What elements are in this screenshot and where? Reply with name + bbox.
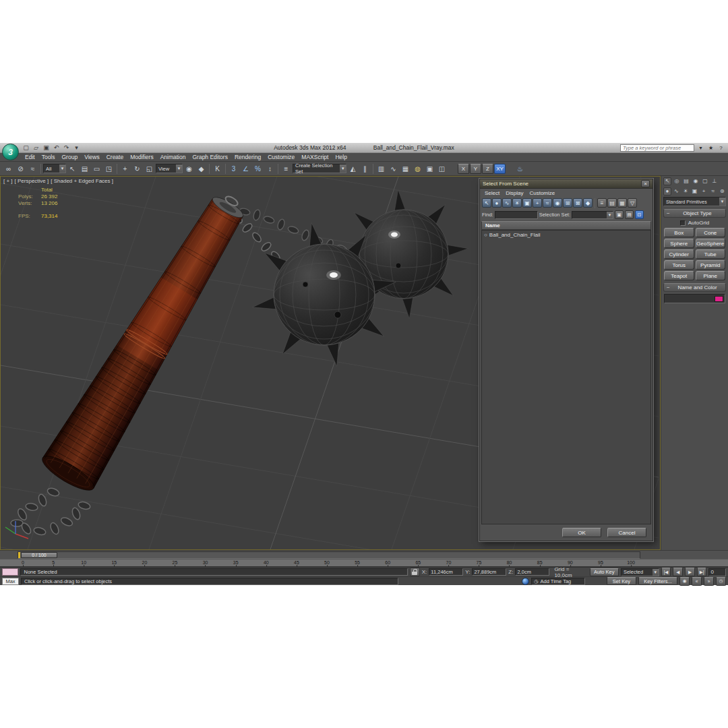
object-name-field[interactable] xyxy=(664,294,725,303)
plane-button[interactable]: Plane xyxy=(696,271,726,280)
set-key-button[interactable]: Set Key xyxy=(607,577,636,585)
render-setup-icon[interactable]: ▣ xyxy=(424,163,435,175)
menu-rendering[interactable]: Rendering xyxy=(231,154,264,160)
application-menu-button[interactable]: 3 xyxy=(2,144,19,160)
previous-frame-button[interactable]: ◀ xyxy=(673,568,683,576)
menu-create[interactable]: Create xyxy=(103,154,127,160)
filter-combinations-icon[interactable]: ▽ xyxy=(628,198,637,208)
use-pivot-center-icon[interactable]: ◉ xyxy=(183,163,195,175)
sphere-button[interactable]: Sphere xyxy=(664,239,694,248)
geometry-category-icon[interactable]: ● xyxy=(663,187,671,195)
dialog-title-bar[interactable]: Select From Scene × xyxy=(480,179,653,189)
angle-snap-toggle-icon[interactable]: ∠ xyxy=(240,163,251,175)
select-and-rotate-icon[interactable]: ↻ xyxy=(131,163,143,175)
schematic-view-icon[interactable]: ▦ xyxy=(400,163,411,175)
timeline-ruler[interactable]: 0510152025303540455055606570758085909510… xyxy=(0,559,728,567)
render-production-icon[interactable]: ♨ xyxy=(514,163,526,175)
modify-tab[interactable]: ◎ xyxy=(673,177,681,185)
help-icon[interactable]: ? xyxy=(717,145,725,151)
pyramid-button[interactable]: Pyramid xyxy=(696,260,726,270)
viewport-menu-shading[interactable]: [ Shaded + Edged Faces ] xyxy=(51,178,113,184)
dialog-selection-set-combo[interactable]: ▼ xyxy=(572,211,613,219)
select-by-name-icon[interactable]: ▤ xyxy=(79,163,90,175)
name-and-color-rollout[interactable]: − Name and Color xyxy=(663,283,726,292)
selection-lock-toggle[interactable] xyxy=(410,568,420,576)
menu-tools[interactable]: Tools xyxy=(38,154,59,160)
display-bone-objects-icon[interactable]: ⊠ xyxy=(573,198,582,208)
menu-animation[interactable]: Animation xyxy=(157,154,189,160)
select-influences-icon[interactable]: ▣ xyxy=(615,210,624,219)
ok-button[interactable]: OK xyxy=(562,528,601,537)
display-frozen-objects-icon[interactable]: ◆ xyxy=(583,198,593,208)
display-tab[interactable]: ▢ xyxy=(701,177,709,185)
time-slider-track[interactable]: 0 / 100 xyxy=(18,551,640,559)
close-icon[interactable]: × xyxy=(641,180,650,187)
add-time-tag-field[interactable]: ◷ Add Time Tag xyxy=(531,578,585,585)
object-color-swatch[interactable] xyxy=(715,296,723,302)
chain-pile[interactable] xyxy=(11,487,91,536)
list-view-icon[interactable]: ≡ xyxy=(597,198,607,208)
keyword-search-input[interactable] xyxy=(620,144,694,152)
find-input[interactable] xyxy=(495,211,538,219)
helpers-category-icon[interactable]: + xyxy=(700,187,708,195)
display-xrefs-icon[interactable]: ⊞ xyxy=(563,198,572,208)
customize-qat-icon[interactable]: ▾ xyxy=(72,144,81,152)
lights-category-icon[interactable]: ☀ xyxy=(681,187,690,195)
auto-key-button[interactable]: Auto Key xyxy=(590,568,619,576)
play-animation-button[interactable]: ▶ xyxy=(685,568,695,576)
display-geometry-icon[interactable]: ● xyxy=(492,198,502,208)
named-selection-sets-icon[interactable]: ≡ xyxy=(280,163,292,175)
favorites-icon[interactable]: ★ xyxy=(707,145,715,151)
reference-coordinate-dropdown[interactable]: View ▼ xyxy=(156,164,183,173)
display-groups-icon[interactable]: ◉ xyxy=(553,198,562,208)
create-tab[interactable]: ↖ xyxy=(663,177,671,185)
systems-category-icon[interactable]: ⊛ xyxy=(718,187,726,195)
snaps-toggle-icon[interactable]: 3 xyxy=(228,163,239,175)
selection-filter-dropdown[interactable]: All ▼ xyxy=(43,164,66,173)
material-editor-icon[interactable]: ◍ xyxy=(412,163,423,175)
select-and-link-icon[interactable]: ∞ xyxy=(3,163,14,175)
go-to-start-button[interactable]: |◀ xyxy=(661,568,671,576)
x-coordinate-field[interactable]: 11,246cm xyxy=(429,568,463,576)
key-set-dropdown[interactable]: Selected ▼ xyxy=(621,568,659,576)
search-options-icon[interactable]: ▾ xyxy=(697,145,704,151)
primitive-category-dropdown[interactable]: Standard Primitives ▼ xyxy=(663,197,726,206)
dialog-menu-customize[interactable]: Customize xyxy=(526,190,557,196)
cancel-button[interactable]: Cancel xyxy=(607,528,646,537)
current-frame-field[interactable]: 0 xyxy=(708,568,726,576)
viewport-menu-general[interactable]: [ + ] xyxy=(3,178,13,184)
list-item[interactable]: ○ Ball_and_Chain_Flail xyxy=(482,231,650,239)
menu-customize[interactable]: Customize xyxy=(264,154,298,160)
cylinder-button[interactable]: Cylinder xyxy=(664,249,694,259)
cameras-category-icon[interactable]: ▣ xyxy=(691,187,699,195)
dialog-menu-select[interactable]: Select xyxy=(482,190,502,196)
menu-graph-editors[interactable]: Graph Editors xyxy=(189,154,231,160)
scene-object-list[interactable]: ○ Ball_and_Chain_Flail xyxy=(481,230,651,524)
menu-edit[interactable]: Edit xyxy=(22,154,38,160)
menu-group[interactable]: Group xyxy=(59,154,82,160)
select-dependents-icon[interactable]: ▤ xyxy=(625,210,634,219)
menu-help[interactable]: Help xyxy=(332,154,350,160)
rectangular-selection-region-icon[interactable]: ▭ xyxy=(91,163,102,175)
mirror-icon[interactable]: ◭ xyxy=(347,163,359,175)
percent-snap-toggle-icon[interactable]: % xyxy=(252,163,264,175)
utilities-tab[interactable]: ⊥ xyxy=(710,177,719,185)
unlink-selection-icon[interactable]: ⊘ xyxy=(15,163,26,175)
macro-recorder-field[interactable] xyxy=(2,568,18,576)
time-slider-handle[interactable]: 0 / 100 xyxy=(21,552,57,558)
hierarchy-tab[interactable]: ▤ xyxy=(682,177,690,185)
restrict-z-button[interactable]: Z xyxy=(482,164,493,174)
y-coordinate-field[interactable]: 27,889cm xyxy=(472,568,506,576)
communication-center-icon[interactable] xyxy=(522,578,529,585)
restrict-xy-plane-button[interactable]: XY xyxy=(494,164,506,174)
object-type-rollout[interactable]: − Object Type xyxy=(663,209,726,218)
time-configuration-button[interactable]: ◷ xyxy=(716,577,726,586)
restrict-y-button[interactable]: Y xyxy=(470,164,481,174)
motion-tab[interactable]: ◉ xyxy=(692,177,700,185)
keyboard-shortcut-override-icon[interactable]: K xyxy=(212,163,223,175)
z-coordinate-field[interactable]: 2,0cm xyxy=(515,568,549,576)
previous-key-button[interactable]: « xyxy=(692,577,702,586)
display-space-warps-icon[interactable]: ≈ xyxy=(543,198,552,208)
open-file-icon[interactable]: ▱ xyxy=(32,144,40,152)
redo-icon[interactable]: ↷ xyxy=(62,144,71,152)
